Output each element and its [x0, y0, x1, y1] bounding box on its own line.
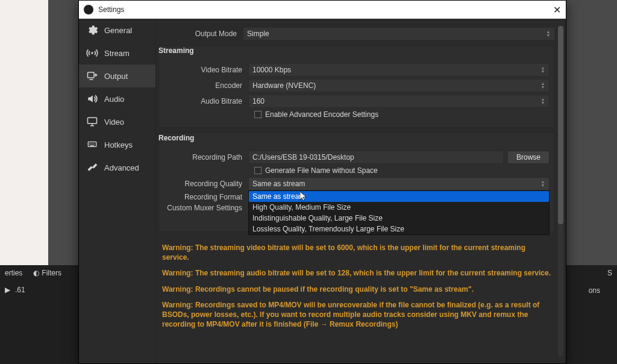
enable-advanced-encoder-checkbox[interactable]: Enable Advanced Encoder Settings — [164, 110, 550, 119]
svg-rect-2 — [88, 118, 97, 124]
custom-muxer-label: Custom Muxer Settings — [164, 204, 248, 212]
play-icon: ▶ — [5, 286, 10, 294]
recording-format-label: Recording Format — [164, 193, 248, 201]
generate-filename-checkbox[interactable]: Generate File Name without Space — [164, 166, 550, 175]
close-icon[interactable]: ✕ — [553, 4, 561, 16]
keyboard-icon — [86, 139, 98, 150]
column-s: S — [607, 269, 612, 277]
streaming-header: Streaming — [158, 45, 555, 58]
sidebar-item-stream[interactable]: Stream — [79, 42, 155, 64]
warning-text: Warning: Recordings cannot be paused if … — [162, 284, 551, 294]
monitor-icon — [86, 116, 98, 127]
right-truncated-button[interactable]: ons — [589, 286, 600, 295]
sidebar-label: General — [104, 26, 132, 35]
sidebar-label: Hotkeys — [104, 140, 133, 149]
broadcast-icon — [86, 48, 98, 58]
output-mode-select[interactable]: Simple ▲ ▼ — [243, 27, 555, 40]
recording-quality-select[interactable]: Same as stream ▲▼ — [248, 177, 550, 190]
quality-option-high[interactable]: High Quality, Medium File Size — [249, 202, 549, 213]
recording-header: Recording — [158, 133, 555, 146]
sidebar-label: Video — [104, 118, 124, 127]
vertical-scrollbar[interactable] — [558, 26, 563, 356]
sidebar-item-audio[interactable]: Audio — [79, 87, 155, 110]
quality-option-lossless[interactable]: Lossless Quality, Tremendously Large Fil… — [249, 224, 549, 234]
sidebar-item-output[interactable]: Output — [79, 64, 155, 87]
chevron-updown-icon: ▲ ▼ — [543, 28, 553, 40]
source-row[interactable]: ▶ .61 — [5, 286, 25, 294]
recording-panel: Recording Recording Path C:/Users/ESB 19… — [158, 133, 555, 232]
sidebar-item-video[interactable]: Video — [79, 110, 155, 133]
chevron-updown-icon: ▲▼ — [538, 80, 548, 92]
window-title: Settings — [98, 5, 124, 14]
chevron-updown-icon: ▲▼ — [538, 95, 548, 107]
recording-path-label: Recording Path — [164, 153, 248, 162]
audio-bitrate-select[interactable]: 160 ▲▼ — [248, 95, 550, 108]
filters-button[interactable]: ◐ Filters — [33, 269, 61, 277]
recording-quality-dropdown: Same as stream High Quality, Medium File… — [248, 190, 550, 235]
sidebar-item-general[interactable]: General — [79, 19, 155, 42]
sidebar-item-advanced[interactable]: Advanced — [79, 156, 155, 179]
filter-icon: ◐ — [33, 269, 39, 277]
output-icon — [86, 71, 98, 81]
svg-rect-1 — [88, 72, 95, 78]
properties-truncated[interactable]: erties — [5, 269, 22, 277]
warnings: Warning: The streaming video bitrate wil… — [158, 237, 555, 329]
speaker-icon — [86, 93, 98, 104]
settings-window: Settings ✕ General Stream Output — [78, 0, 566, 364]
sidebar-label: Output — [104, 72, 128, 81]
encoder-select[interactable]: Hardware (NVENC) ▲▼ — [248, 79, 550, 92]
recording-quality-label: Recording Quality — [164, 180, 248, 188]
warning-text: Warning: The streaming video bitrate wil… — [162, 243, 551, 262]
quality-option-indistinguishable[interactable]: Indistinguishable Quality, Large File Si… — [249, 213, 549, 224]
encoder-label: Encoder — [164, 81, 248, 90]
recording-path-input[interactable]: C:/Users/ESB 19-0315/Desktop — [248, 151, 504, 164]
sidebar-label: Stream — [104, 49, 130, 58]
sidebar-label: Advanced — [104, 163, 139, 172]
output-mode-label: Output Mode — [158, 30, 243, 38]
svg-point-0 — [91, 52, 93, 54]
chevron-updown-icon: ▲▼ — [538, 178, 548, 190]
titlebar: Settings ✕ — [79, 1, 566, 19]
browse-button[interactable]: Browse — [507, 151, 550, 164]
streaming-panel: Streaming Video Bitrate 10000 Kbps ▲▼ En… — [158, 45, 555, 128]
video-bitrate-input[interactable]: 10000 Kbps ▲▼ — [248, 63, 550, 77]
sidebar-item-hotkeys[interactable]: Hotkeys — [79, 133, 155, 156]
sidebar-label: Audio — [104, 95, 124, 104]
gear-icon — [86, 25, 98, 36]
app-icon — [84, 5, 93, 14]
video-bitrate-label: Video Bitrate — [164, 66, 248, 74]
warning-text: Warning: The streaming audio bitrate wil… — [162, 268, 551, 278]
audio-bitrate-label: Audio Bitrate — [164, 97, 248, 105]
tools-icon — [86, 162, 98, 173]
spinner-icon[interactable]: ▲▼ — [538, 64, 548, 76]
quality-option-same[interactable]: Same as stream — [249, 191, 549, 202]
scrollbar-thumb[interactable] — [558, 26, 563, 224]
warning-text: Warning: Recordings saved to MP4/MOV wil… — [162, 300, 551, 330]
sidebar: General Stream Output Audio — [79, 19, 156, 363]
